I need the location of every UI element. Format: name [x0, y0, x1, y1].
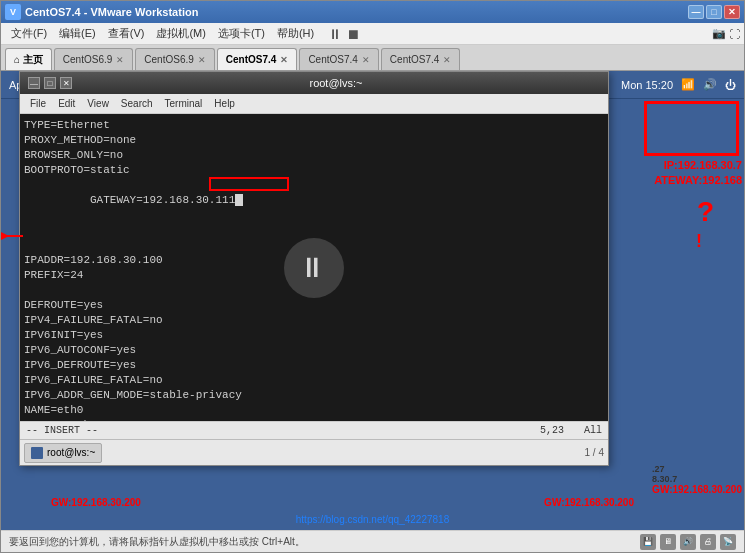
- window-title: CentOS7.4 - VMware Workstation: [25, 6, 688, 18]
- tab-centos69-2[interactable]: CentOS6.9✕: [135, 48, 214, 70]
- bottom-annotations: GW:192.168.30.200 GW:192.168.30.200: [51, 497, 634, 508]
- term-line-1: PROXY_METHOD=none: [24, 133, 604, 148]
- vmware-window: V CentOS7.4 - VMware Workstation — □ ✕ 文…: [0, 0, 745, 553]
- menu-tabs[interactable]: 选项卡(T): [212, 24, 271, 43]
- close-button[interactable]: ✕: [724, 5, 740, 19]
- tab-close-4[interactable]: ✕: [362, 55, 370, 65]
- terminal-window: — □ ✕ root@lvs:~ File Edit View Search T…: [19, 71, 609, 466]
- menu-edit[interactable]: 编辑(E): [53, 24, 102, 43]
- term-line-3: BOOTPROTO=static: [24, 163, 604, 178]
- bottom-gw1: .27 8.30.7 GW:192.168.30.200: [652, 464, 742, 495]
- vmware-tabs: ⌂ 主页 CentOS6.9✕ CentOS6.9✕ CentOS7.4✕ Ce…: [1, 45, 744, 71]
- term-menu-file[interactable]: File: [24, 97, 52, 110]
- blog-url: https://blog.csdn.net/qq_42227818: [296, 514, 449, 525]
- status-icon-3: 🔊: [680, 534, 696, 550]
- tab-home[interactable]: ⌂ 主页: [5, 48, 52, 70]
- tab-centos74-active[interactable]: CentOS7.4✕: [217, 48, 298, 70]
- vmware-titlebar: V CentOS7.4 - VMware Workstation — □ ✕: [1, 1, 744, 23]
- taskbar-label: root@lvs:~: [47, 447, 95, 458]
- maximize-button[interactable]: □: [706, 5, 722, 19]
- term-menu-view[interactable]: View: [81, 97, 115, 110]
- menu-view[interactable]: 查看(V): [102, 24, 151, 43]
- status-all: All: [584, 425, 602, 436]
- term-line-14: IPV6_ADDR_GEN_MODE=stable-privacy: [24, 388, 604, 403]
- bottom-gw-right: GW:192.168.30.200: [544, 497, 634, 508]
- menu-vm[interactable]: 虚拟机(M): [150, 24, 212, 43]
- menu-help[interactable]: 帮助(H): [271, 24, 320, 43]
- ip-annotation: IP:192.168.30.7: [664, 159, 742, 171]
- terminal-close[interactable]: ✕: [60, 77, 72, 89]
- exclamation-mark: !: [696, 231, 702, 252]
- taskbar-terminal-item[interactable]: root@lvs:~: [24, 443, 102, 463]
- taskbar-terminal-icon: [31, 447, 43, 459]
- term-line-11: IPV6_AUTOCONF=yes: [24, 343, 604, 358]
- tab-centos74-4[interactable]: CentOS7.4✕: [299, 48, 378, 70]
- terminal-minimize[interactable]: —: [28, 77, 40, 89]
- terminal-content[interactable]: TYPE=Ethernet PROXY_METHOD=none BROWSER_…: [20, 114, 608, 421]
- term-line-4: GATEWAY=192.168.30.111: [24, 178, 604, 253]
- panel-power-icon: ⏻: [725, 79, 736, 91]
- term-line-15: NAME=eth0: [24, 403, 604, 418]
- term-menu-terminal[interactable]: Terminal: [159, 97, 209, 110]
- toolbar-pause[interactable]: ⏸: [328, 26, 342, 42]
- term-line-6: PREFIX=24: [24, 268, 604, 283]
- term-menu-edit[interactable]: Edit: [52, 97, 81, 110]
- term-line-5: IPADDR=192.168.30.100: [24, 253, 604, 268]
- term-line-7: [24, 283, 604, 298]
- guest-desktop: Applications Places Terminal Mon 15:20 📶…: [1, 71, 744, 530]
- status-icon-4: 🖨: [700, 534, 716, 550]
- status-position: 5,23: [540, 425, 564, 436]
- term-line-16: DEVICE=eth0: [24, 418, 604, 421]
- right-highlight-box: [644, 101, 739, 156]
- terminal-title: root@lvs:~: [72, 77, 600, 89]
- gateway-annotation: ATEWAY:192.168: [654, 174, 742, 186]
- terminal-taskbar: root@lvs:~ 1 / 4: [20, 439, 608, 465]
- status-mode: -- INSERT --: [26, 425, 540, 436]
- statusbar-icons: 💾 🖥 🔊 🖨 📡: [640, 534, 736, 550]
- minimize-button[interactable]: —: [688, 5, 704, 19]
- panel-right: Mon 15:20 📶 🔊 ⏻: [621, 78, 736, 91]
- term-line-13: IPV6_FAILURE_FATAL=no: [24, 373, 604, 388]
- term-menu-search[interactable]: Search: [115, 97, 159, 110]
- question-mark: ?: [697, 196, 714, 228]
- term-line-9: IPV4_FAILURE_FATAL=no: [24, 313, 604, 328]
- status-icon-2: 🖥: [660, 534, 676, 550]
- status-icon-5: 📡: [720, 534, 736, 550]
- vmware-statusbar: 要返回到您的计算机，请将鼠标指针从虚拟机中移出或按 Ctrl+Alt。 💾 🖥 …: [1, 530, 744, 552]
- terminal-controls: — □ ✕: [28, 77, 72, 89]
- statusbar-message: 要返回到您的计算机，请将鼠标指针从虚拟机中移出或按 Ctrl+Alt。: [9, 535, 305, 549]
- menu-file[interactable]: 文件(F): [5, 24, 53, 43]
- gateway-highlight-box: [209, 177, 289, 191]
- bottom-gw-left: GW:192.168.30.200: [51, 497, 141, 508]
- tab-close-3[interactable]: ✕: [280, 55, 288, 65]
- panel-time: Mon 15:20: [621, 79, 673, 91]
- text-cursor: [235, 194, 243, 206]
- term-line-12: IPV6_DEFROUTE=yes: [24, 358, 604, 373]
- terminal-maximize[interactable]: □: [44, 77, 56, 89]
- panel-sound-icon: 🔊: [703, 78, 717, 91]
- terminal-statusbar: -- INSERT -- 5,23 All: [20, 421, 608, 439]
- term-menu-help[interactable]: Help: [208, 97, 241, 110]
- terminal-titlebar: — □ ✕ root@lvs:~: [20, 72, 608, 94]
- term-line-0: TYPE=Ethernet: [24, 118, 604, 133]
- term-line-2: BROWSER_ONLY=no: [24, 148, 604, 163]
- vmware-icon: V: [5, 4, 21, 20]
- term-line-10: IPV6INIT=yes: [24, 328, 604, 343]
- window-controls: — □ ✕: [688, 5, 740, 19]
- term-line-8: DEFROUTE=yes: [24, 298, 604, 313]
- tab-centos69-1[interactable]: CentOS6.9✕: [54, 48, 133, 70]
- vmware-menubar: 文件(F) 编辑(E) 查看(V) 虚拟机(M) 选项卡(T) 帮助(H) ⏸ …: [1, 23, 744, 45]
- toolbar-stop[interactable]: ⏹: [346, 26, 360, 42]
- taskbar-page-indicator: 1 / 4: [585, 447, 604, 458]
- tab-close-5[interactable]: ✕: [443, 55, 451, 65]
- toolbar-fullscreen[interactable]: ⛶: [729, 28, 740, 40]
- tab-close-1[interactable]: ✕: [116, 55, 124, 65]
- terminal-menubar: File Edit View Search Terminal Help: [20, 94, 608, 114]
- right-annotations-panel: IP:192.168.30.7 ATEWAY:192.168 ? ! .27 8…: [634, 71, 744, 530]
- tab-centos74-5[interactable]: CentOS7.4✕: [381, 48, 460, 70]
- toolbar-snapshot[interactable]: 📷: [712, 27, 726, 40]
- tab-close-2[interactable]: ✕: [198, 55, 206, 65]
- status-icon-1: 💾: [640, 534, 656, 550]
- panel-network-icon: 📶: [681, 78, 695, 91]
